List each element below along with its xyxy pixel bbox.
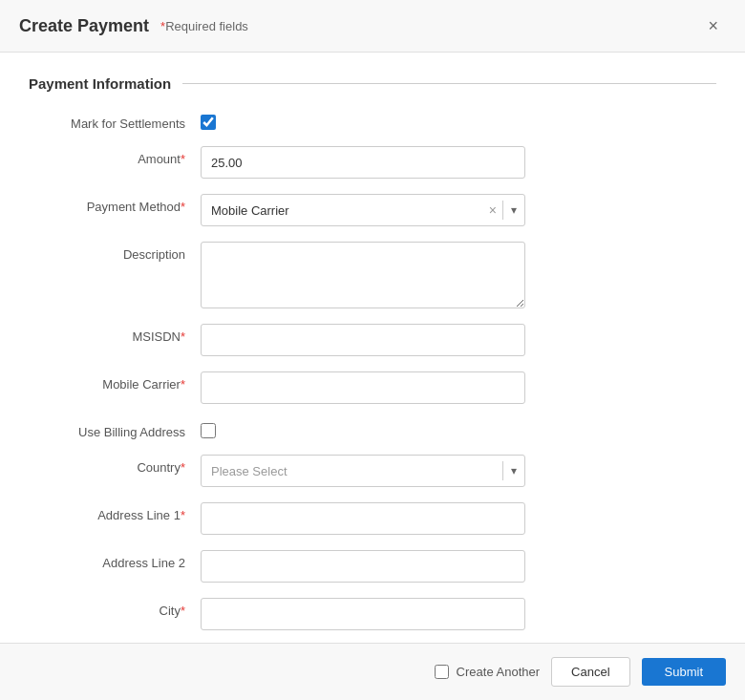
- create-another-wrapper: Create Another: [435, 665, 540, 679]
- section-title: Payment Information: [29, 75, 716, 92]
- use-billing-address-checkbox[interactable]: [201, 423, 216, 438]
- use-billing-address-row: Use Billing Address: [29, 419, 716, 439]
- modal-body: Payment Information Mark for Settlements…: [0, 53, 745, 643]
- payment-method-clear[interactable]: ×: [483, 202, 502, 218]
- mobile-carrier-row: Mobile Carrier*: [29, 371, 716, 404]
- modal-header: Create Payment * Required fields ×: [0, 0, 745, 53]
- cancel-button[interactable]: Cancel: [551, 657, 629, 687]
- create-payment-modal: Create Payment * Required fields × Payme…: [0, 0, 745, 700]
- country-placeholder: Please Select: [202, 460, 502, 482]
- payment-method-label: Payment Method*: [29, 194, 201, 214]
- address-line-1-label: Address Line 1*: [29, 502, 201, 522]
- payment-method-row: Payment Method* Mobile Carrier × ▾: [29, 194, 716, 226]
- mobile-carrier-input[interactable]: [201, 371, 525, 404]
- payment-method-dropdown-arrow[interactable]: ▾: [503, 203, 524, 217]
- country-select[interactable]: Please Select ▾: [201, 455, 525, 487]
- submit-button[interactable]: Submit: [642, 658, 726, 686]
- address-line-2-input[interactable]: [201, 550, 525, 583]
- msisdn-label: MSISDN*: [29, 324, 201, 344]
- address-line-2-row: Address Line 2: [29, 550, 716, 583]
- amount-row: Amount*: [29, 146, 716, 179]
- country-label: Country*: [29, 455, 201, 475]
- address-line-2-label: Address Line 2: [29, 550, 201, 570]
- use-billing-address-label: Use Billing Address: [29, 419, 201, 439]
- city-input[interactable]: [201, 598, 525, 630]
- required-label: Required fields: [165, 19, 248, 33]
- modal-footer: Create Another Cancel Submit: [0, 643, 745, 700]
- payment-method-value: Mobile Carrier: [202, 200, 483, 222]
- description-label: Description: [29, 242, 201, 262]
- country-dropdown-arrow[interactable]: ▾: [503, 464, 524, 477]
- use-billing-address-wrapper: [201, 419, 216, 438]
- address-line-1-row: Address Line 1*: [29, 502, 716, 535]
- amount-input[interactable]: [201, 146, 525, 179]
- msisdn-row: MSISDN*: [29, 324, 716, 356]
- create-another-checkbox[interactable]: [435, 665, 449, 679]
- mark-for-settlements-wrapper: [201, 111, 216, 130]
- mark-for-settlements-checkbox[interactable]: [201, 115, 216, 130]
- msisdn-input[interactable]: [201, 324, 525, 356]
- description-input[interactable]: [201, 242, 525, 308]
- description-row: Description: [29, 242, 716, 308]
- country-row: Country* Please Select ▾: [29, 455, 716, 487]
- city-row: City*: [29, 598, 716, 630]
- payment-method-select[interactable]: Mobile Carrier × ▾: [201, 194, 525, 226]
- mobile-carrier-label: Mobile Carrier*: [29, 371, 201, 392]
- city-label: City*: [29, 598, 201, 618]
- amount-label: Amount*: [29, 146, 201, 166]
- modal-title: Create Payment: [19, 16, 149, 36]
- mark-for-settlements-label: Mark for Settlements: [29, 111, 201, 131]
- close-button[interactable]: ×: [700, 13, 726, 38]
- address-line-1-input[interactable]: [201, 502, 525, 535]
- mark-for-settlements-row: Mark for Settlements: [29, 111, 716, 131]
- create-another-label[interactable]: Create Another: [457, 665, 540, 679]
